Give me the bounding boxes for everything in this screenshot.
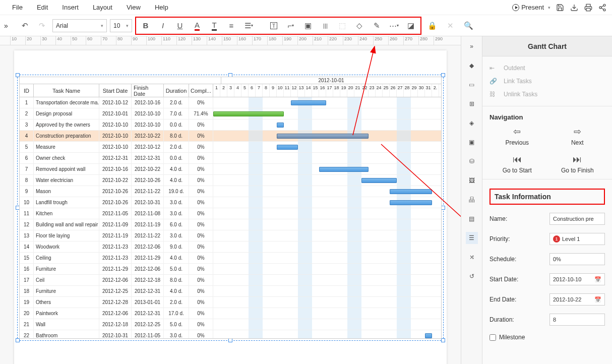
- col-id[interactable]: ID: [20, 84, 34, 97]
- search-icon[interactable]: 🔍: [461, 18, 476, 33]
- gantt-bar[interactable]: [277, 123, 284, 128]
- connector-icon[interactable]: ⌐▾: [283, 18, 298, 33]
- nav-start[interactable]: ⏮Go to Start: [489, 154, 545, 174]
- line-style-icon[interactable]: ⋯▾: [386, 18, 401, 33]
- rail-template-icon[interactable]: ▤: [466, 213, 478, 225]
- gantt-bar[interactable]: [291, 100, 326, 105]
- gantt-bar[interactable]: [425, 333, 432, 338]
- fill-icon[interactable]: ◇: [352, 18, 367, 33]
- rail-present-icon[interactable]: ▣: [466, 136, 478, 148]
- gantt-row[interactable]: 11Kitchen2012-11-052012-11-083.0 d.0%: [20, 208, 441, 219]
- menu-edit[interactable]: Edit: [30, 1, 55, 14]
- priority-input[interactable]: 1Level 1: [549, 233, 605, 245]
- expand-toolbar-icon[interactable]: »: [4, 22, 14, 30]
- nav-finish[interactable]: ⏭Go to Finish: [550, 154, 605, 174]
- present-button[interactable]: Present ▾: [512, 4, 550, 11]
- col-start[interactable]: Start Date: [99, 84, 132, 97]
- gantt-row[interactable]: 13Floor tile laying2012-11-192012-11-223…: [20, 230, 441, 241]
- selection-handle[interactable]: [228, 338, 232, 342]
- italic-icon[interactable]: I: [155, 18, 170, 33]
- menu-file[interactable]: File: [5, 1, 30, 14]
- tools-icon[interactable]: ✕: [443, 18, 458, 33]
- selection-handle[interactable]: [441, 338, 445, 342]
- gantt-bar[interactable]: [277, 134, 369, 139]
- menu-insert[interactable]: Insert: [55, 1, 86, 14]
- rail-data-icon[interactable]: ⛁: [466, 155, 478, 167]
- gantt-row[interactable]: 7Removed appoint wall2012-10-162012-10-2…: [20, 164, 441, 175]
- schedule-input[interactable]: 0%: [549, 253, 605, 265]
- redo-icon[interactable]: ↷: [34, 18, 49, 33]
- gantt-row[interactable]: 15Ceiling2012-11-232012-11-294.0 d.0%: [20, 253, 441, 264]
- gantt-row[interactable]: 8Water electrician2012-10-222012-10-264.…: [20, 175, 441, 186]
- gantt-bar[interactable]: [277, 145, 298, 150]
- milestone-checkbox[interactable]: Milestone: [489, 330, 605, 345]
- lock-icon[interactable]: 🔒: [424, 18, 440, 33]
- rail-gantt-icon[interactable]: ☰: [466, 232, 478, 244]
- gantt-row[interactable]: 14Woodwork2012-11-232012-12-069.0 d.0%: [20, 241, 441, 253]
- fontsize-select[interactable]: 10▾: [110, 19, 132, 32]
- gantt-row[interactable]: 3Approved by the owners2012-10-102012-10…: [20, 119, 441, 131]
- gantt-row[interactable]: 20Paintwork2012-12-062012-12-3117.0 d.0%: [20, 308, 441, 319]
- outdent-action[interactable]: ⇤Outdent: [489, 62, 605, 75]
- gantt-bar[interactable]: [361, 178, 397, 183]
- col-finish[interactable]: Finish Date: [132, 84, 164, 97]
- gantt-row[interactable]: 10Landfill trough2012-10-262012-10-313.0…: [20, 197, 441, 208]
- nav-next[interactable]: ⇨Next: [550, 126, 605, 146]
- gantt-row[interactable]: 17Ceil2012-12-062012-12-188.0 d.0%: [20, 275, 441, 286]
- rail-fill-icon[interactable]: ◆: [466, 59, 478, 72]
- gantt-row[interactable]: 12Building wall and wall repair2012-11-0…: [20, 219, 441, 230]
- gantt-row[interactable]: 16Furniture2012-11-292012-12-065.0 d.0%: [20, 264, 441, 275]
- end-date-input[interactable]: 2012-10-22📅: [549, 293, 605, 306]
- bold-icon[interactable]: B: [138, 18, 153, 33]
- selection-handle[interactable]: [441, 73, 445, 77]
- col-name[interactable]: Task Name: [34, 84, 99, 97]
- align-icon[interactable]: ≡: [224, 18, 239, 33]
- download-icon[interactable]: [570, 3, 579, 12]
- rail-layers-icon[interactable]: ◈: [466, 117, 478, 129]
- unlink-tasks-action[interactable]: ⛓Unlink Tasks: [489, 88, 605, 101]
- rail-org-icon[interactable]: 品: [466, 194, 478, 206]
- gantt-row[interactable]: 21Wall2012-12-182012-12-255.0 d.0%: [20, 319, 441, 330]
- menu-layout[interactable]: Layout: [86, 1, 119, 14]
- undo-icon[interactable]: ↶: [17, 18, 32, 33]
- rail-grid-icon[interactable]: ⊞: [466, 98, 478, 110]
- rail-history-icon[interactable]: ↺: [466, 270, 478, 282]
- gantt-bar[interactable]: [213, 111, 284, 116]
- menu-view[interactable]: View: [119, 1, 148, 14]
- gantt-row[interactable]: 1Transportation decorate ma...2012-10-12…: [20, 97, 441, 108]
- gantt-row[interactable]: 18Furniture2012-12-252012-12-314.0 d.0%: [20, 286, 441, 297]
- rail-page-icon[interactable]: ▭: [466, 79, 478, 91]
- gantt-row[interactable]: 9Mason2012-10-262012-11-2219.0 d.0%: [20, 186, 441, 197]
- gantt-bar[interactable]: [390, 189, 432, 194]
- gantt-row[interactable]: 19Others2012-12-282013-01-012.0 d.0%: [20, 297, 441, 308]
- font-select[interactable]: Arial▾: [52, 19, 107, 32]
- share-icon[interactable]: [598, 3, 607, 12]
- start-date-input[interactable]: 2012-10-10📅: [549, 273, 605, 285]
- gantt-chart[interactable]: 2012-10-01 ID Task Name Start Date Finis…: [19, 77, 442, 339]
- text-box-icon[interactable]: T: [266, 18, 281, 33]
- print-icon[interactable]: [584, 3, 593, 12]
- image-align-icon[interactable]: ▣: [300, 18, 316, 33]
- menu-help[interactable]: Help: [148, 1, 175, 14]
- shape-style-icon[interactable]: ◪: [403, 18, 418, 33]
- selection-handle[interactable]: [441, 206, 445, 210]
- distribute-icon[interactable]: ⫼: [318, 18, 333, 33]
- gantt-row[interactable]: 2Design proposal2012-10-012012-10-107.0 …: [20, 108, 441, 119]
- nav-previous[interactable]: ⇦Previous: [489, 126, 545, 146]
- rail-shuffle-icon[interactable]: ⤨: [466, 251, 478, 263]
- text-highlight-icon[interactable]: T: [207, 18, 222, 33]
- duration-input[interactable]: 8: [549, 314, 605, 326]
- gantt-bar[interactable]: [390, 200, 432, 205]
- name-input[interactable]: Construction pre: [549, 213, 605, 225]
- gantt-row[interactable]: 22Bathroom2012-10-312012-11-053.0 d.0%: [20, 330, 441, 338]
- line-spacing-icon[interactable]: ☰▾: [241, 18, 256, 33]
- rail-image-icon[interactable]: 🖼: [466, 174, 478, 187]
- underline-icon[interactable]: U: [172, 18, 188, 33]
- col-duration[interactable]: Duration: [164, 84, 189, 97]
- save-icon[interactable]: [556, 3, 565, 12]
- group-icon[interactable]: ⬚: [335, 18, 350, 33]
- gantt-row[interactable]: 4Construction preparation2012-10-102012-…: [20, 131, 441, 142]
- gantt-row[interactable]: 6Owner check2012-12-312012-12-310.0 d.0%: [20, 153, 441, 164]
- selection-handle[interactable]: [16, 338, 20, 342]
- col-complete[interactable]: Compl...: [189, 84, 213, 97]
